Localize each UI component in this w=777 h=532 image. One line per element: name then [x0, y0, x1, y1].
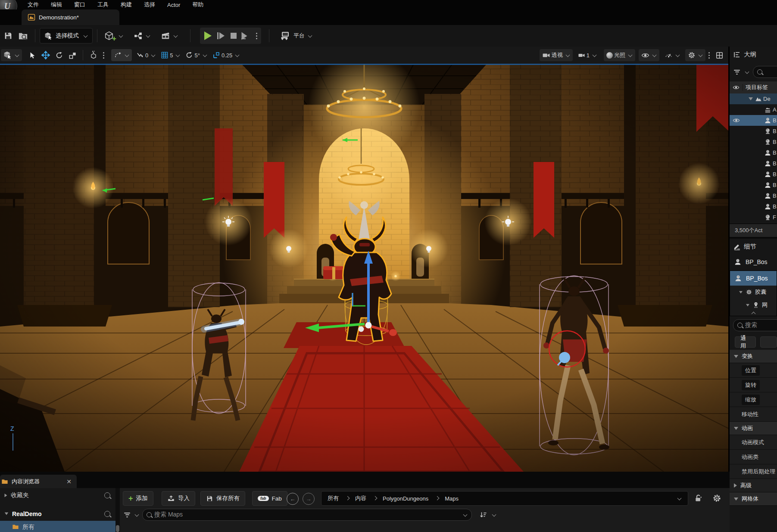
- breadcrumb-bar[interactable]: 所有 内容 PolygonDungeons Maps: [321, 491, 688, 506]
- maximize-viewport-button[interactable]: [713, 49, 726, 61]
- component-row-capsule[interactable]: 胶囊: [730, 286, 777, 299]
- fab-button[interactable]: fab Fab: [252, 491, 287, 506]
- select-tool[interactable]: [25, 49, 39, 61]
- outliner-column-header[interactable]: 项目标签: [730, 81, 777, 93]
- row-rotation[interactable]: 旋转: [730, 378, 777, 392]
- folder-all-row[interactable]: 所有: [0, 521, 115, 532]
- component-row-mesh[interactable]: 网: [730, 299, 777, 311]
- transform-space-toggle[interactable]: [87, 49, 100, 61]
- skip-to-end-button[interactable]: [240, 29, 253, 42]
- section-animation[interactable]: 动画: [730, 422, 777, 435]
- asset-search-input[interactable]: 搜索 Maps: [142, 509, 472, 521]
- row-disable-postprocess[interactable]: 禁用后期处理: [730, 464, 777, 479]
- menu-help[interactable]: 帮助: [186, 1, 209, 9]
- lock-icon[interactable]: [694, 494, 703, 503]
- details-search-input[interactable]: 搜索: [733, 319, 777, 331]
- row-location[interactable]: 位置: [730, 363, 777, 378]
- search-save-dropdown[interactable]: [463, 512, 468, 516]
- outliner-row[interactable]: B: [730, 169, 777, 180]
- category-general-button[interactable]: 通用: [735, 336, 756, 348]
- menu-select[interactable]: 选择: [138, 1, 161, 9]
- camera-speed-dropdown[interactable]: [662, 49, 683, 61]
- transform-options-menu[interactable]: [100, 49, 107, 61]
- outliner-row[interactable]: B: [730, 158, 777, 169]
- sources-scrollbar[interactable]: [115, 488, 120, 532]
- section-mesh[interactable]: 网格体: [730, 492, 777, 506]
- grid-snap-dropdown[interactable]: 5: [158, 49, 183, 61]
- row-anim-mode[interactable]: 动画模式: [730, 435, 777, 450]
- frame-skip-button[interactable]: [215, 29, 227, 42]
- settings-gear-icon[interactable]: [712, 494, 721, 503]
- search-icon[interactable]: [104, 492, 110, 498]
- stop-button[interactable]: [228, 29, 240, 42]
- save-all-button[interactable]: 保存所有: [200, 491, 245, 506]
- camera-dropdown[interactable]: 1: [575, 49, 599, 61]
- breadcrumb-dropdown[interactable]: [677, 496, 682, 500]
- surface-snap-dropdown[interactable]: 0: [134, 49, 158, 61]
- section-transform[interactable]: 变换: [730, 350, 777, 363]
- play-options-menu[interactable]: [253, 29, 259, 42]
- details-actor-row[interactable]: BP_Bos: [730, 254, 777, 270]
- content-browser-button[interactable]: [16, 28, 31, 44]
- breadcrumb-all[interactable]: 所有: [328, 495, 339, 502]
- menu-build[interactable]: 构建: [115, 1, 138, 9]
- visible-eye-icon[interactable]: [730, 117, 743, 124]
- forward-button[interactable]: →: [303, 493, 315, 505]
- breadcrumb-content[interactable]: 内容: [355, 495, 366, 502]
- row-mobility[interactable]: 移动性: [730, 407, 777, 422]
- outliner-row[interactable]: B: [730, 201, 777, 212]
- outliner-row[interactable]: B: [730, 180, 777, 190]
- play-button[interactable]: [202, 29, 214, 42]
- add-button[interactable]: + 添加: [123, 491, 153, 506]
- level-tab[interactable]: Demonstration*: [22, 9, 119, 25]
- expand-caret[interactable]: [749, 97, 753, 100]
- menu-tools[interactable]: 工具: [91, 1, 115, 9]
- move-tool[interactable]: [39, 49, 53, 61]
- sort-icon[interactable]: [479, 511, 487, 519]
- viewport-options-menu[interactable]: [705, 49, 713, 61]
- favorites-row[interactable]: 收藏夹: [0, 488, 115, 502]
- outliner-search-input[interactable]: [753, 66, 777, 78]
- transform-mode-dropdown[interactable]: [1, 49, 22, 61]
- editor-mode-dropdown[interactable]: 选择模式: [40, 28, 93, 44]
- rotate-tool[interactable]: [53, 49, 66, 61]
- search-icon[interactable]: [104, 511, 110, 517]
- category-next-button[interactable]: [760, 336, 777, 348]
- row-anim-class[interactable]: 动画类: [730, 450, 777, 464]
- outliner-row-sky[interactable]: A: [730, 104, 777, 115]
- snapping-dropdown[interactable]: [111, 49, 132, 61]
- save-button[interactable]: [1, 28, 16, 44]
- outliner-row-level[interactable]: De: [730, 93, 777, 104]
- blueprints-dropdown[interactable]: [131, 28, 153, 44]
- rotation-snap-dropdown[interactable]: 5°: [183, 49, 209, 61]
- import-button[interactable]: 导入: [162, 491, 195, 506]
- platforms-dropdown[interactable]: 平台: [277, 28, 315, 44]
- content-browser-tab[interactable]: 内容浏览器 ✕: [0, 475, 77, 488]
- close-icon[interactable]: ✕: [66, 478, 72, 485]
- menu-window[interactable]: 窗口: [68, 1, 91, 9]
- show-flags-dropdown[interactable]: [639, 49, 659, 61]
- row-scale[interactable]: 缩放: [730, 392, 777, 407]
- component-row-selected[interactable]: BP_Bos: [730, 271, 777, 286]
- outliner-row[interactable]: B: [730, 137, 777, 147]
- project-root-row[interactable]: RealDemo: [0, 507, 115, 521]
- breadcrumb-maps[interactable]: Maps: [445, 495, 459, 502]
- scale-tool[interactable]: [66, 49, 79, 61]
- level-viewport[interactable]: Z: [0, 64, 730, 472]
- add-actor-dropdown[interactable]: +: [102, 28, 126, 44]
- outliner-row[interactable]: B: [730, 190, 777, 201]
- menu-actor[interactable]: Actor: [161, 2, 186, 8]
- filter-icon[interactable]: [124, 513, 130, 517]
- section-advanced[interactable]: 高级: [730, 479, 777, 492]
- back-button[interactable]: ←: [287, 493, 299, 505]
- menu-file[interactable]: 文件: [22, 1, 45, 9]
- outliner-row[interactable]: B: [730, 147, 777, 158]
- menu-edit[interactable]: 编辑: [45, 1, 68, 9]
- filter-icon[interactable]: [734, 70, 740, 75]
- outliner-row[interactable]: B: [730, 126, 777, 137]
- outliner-row[interactable]: F: [730, 212, 777, 223]
- scale-snap-dropdown[interactable]: 0.25: [210, 49, 242, 61]
- view-mode-dropdown[interactable]: 光照: [604, 49, 635, 61]
- viewport-settings-dropdown[interactable]: [685, 49, 705, 61]
- outliner-row-selected[interactable]: B: [730, 115, 777, 126]
